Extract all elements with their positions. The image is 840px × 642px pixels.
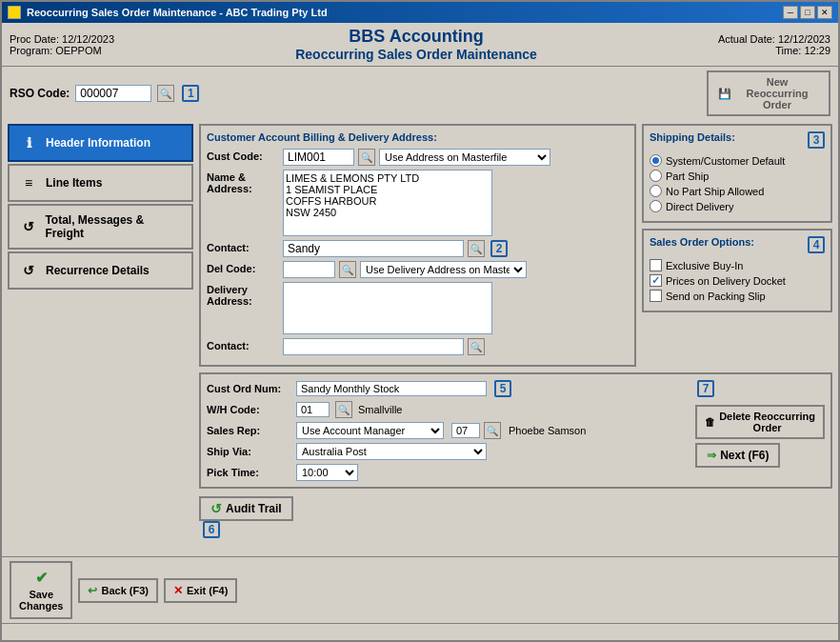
option-send-packing[interactable]: Send on Packing Slip — [650, 290, 825, 302]
back-button[interactable]: ↩ Back (F3) — [78, 578, 158, 603]
sales-rep-select[interactable]: Use Account Manager — [296, 422, 444, 439]
shipping-label-part: Part Ship — [666, 171, 709, 182]
program-label: Program: — [10, 45, 52, 56]
address-option-select[interactable]: Use Address on Masterfile — [379, 149, 550, 166]
save-label: Save Changes — [19, 589, 63, 612]
ship-via-select[interactable]: Australia Post — [296, 443, 487, 460]
contact-input[interactable] — [283, 240, 464, 257]
window-title: Reoccurring Sales Order Maintenance - AB… — [27, 7, 328, 18]
bottom-section: Cust Ord Num: 5 W/H Code: 🔍 Smallville — [199, 372, 832, 489]
rep-code-input[interactable] — [451, 423, 480, 438]
contact2-row: Contact: 🔍 — [207, 338, 629, 355]
close-button[interactable]: ✕ — [817, 6, 832, 19]
cust-ord-input[interactable] — [296, 381, 487, 396]
actual-date-label: Actual Date: — [718, 33, 775, 45]
wh-code-row: W/H Code: 🔍 Smallville — [207, 401, 688, 418]
sidebar-label-recurrence: Recurrence Details — [46, 264, 150, 277]
actual-date-value: 12/12/2023 — [778, 33, 830, 45]
delete-reoccurring-order-button[interactable]: 🗑 Delete Reoccurring Order — [695, 405, 825, 439]
radio-direct-delivery[interactable] — [650, 200, 662, 212]
radio-system-default[interactable] — [650, 154, 662, 167]
sidebar-item-header-information[interactable]: ℹ Header Information — [8, 124, 193, 162]
minimize-button[interactable]: ─ — [783, 6, 798, 19]
contact2-controls: 🔍 — [283, 338, 629, 355]
del-code-input[interactable] — [283, 261, 335, 278]
title-bar-left: Reoccurring Sales Order Maintenance - AB… — [8, 6, 328, 19]
info-icon: ℹ — [19, 133, 38, 152]
checkbox-send-packing[interactable] — [650, 290, 662, 302]
delivery-address-textarea[interactable] — [283, 282, 492, 334]
new-order-icon: 💾 — [718, 88, 731, 100]
checkbox-prices-docket[interactable]: ✓ — [650, 274, 662, 287]
delete-label: Delete Reoccurring Order — [719, 411, 815, 433]
del-code-search-button[interactable]: 🔍 — [339, 261, 356, 278]
delivery-option-select[interactable]: Use Delivery Address on Masterfile — [360, 261, 527, 278]
new-reoccurring-order-button[interactable]: 💾 New Reoccurring Order — [707, 70, 830, 116]
app-icon — [8, 6, 21, 19]
delete-icon: 🗑 — [705, 416, 715, 428]
bottom-fields: Cust Ord Num: 5 W/H Code: 🔍 Smallville — [207, 380, 688, 481]
status-bar — [2, 623, 838, 640]
app-header: BBS Accounting Reoccurring Sales Order M… — [295, 27, 537, 62]
pick-time-select[interactable]: 10:00 11:00 — [296, 464, 358, 481]
back-label: Back (F3) — [101, 585, 149, 596]
shipping-option-no-part-ship[interactable]: No Part Ship Allowed — [650, 185, 825, 197]
next-icon: ⇒ — [707, 449, 716, 462]
option-exclusive-buyin[interactable]: Exclusive Buy-In — [650, 259, 825, 271]
delivery-address-controls — [283, 282, 629, 334]
badge-5: 5 — [494, 380, 511, 397]
radio-part-ship[interactable] — [650, 170, 662, 182]
contact2-input[interactable] — [283, 338, 464, 355]
exit-label: Exit (F4) — [187, 585, 228, 596]
shipping-option-system[interactable]: System/Customer Default — [650, 154, 825, 167]
next-label: Next (F6) — [720, 449, 769, 462]
badge-2: 2 — [490, 240, 508, 257]
time-value: 12:29 — [804, 45, 830, 56]
shipping-label-direct: Direct Delivery — [666, 201, 734, 212]
rso-search-button[interactable]: 🔍 — [157, 85, 174, 102]
right-action-buttons: 7 🗑 Delete Reoccurring Order ⇒ Next (F6) — [695, 380, 825, 468]
contact-search-button[interactable]: 🔍 — [468, 240, 485, 257]
sidebar-label-line-items: Line Items — [46, 176, 102, 190]
option-label-exclusive: Exclusive Buy-In — [666, 260, 743, 271]
cust-code-search-button[interactable]: 🔍 — [358, 149, 375, 166]
proc-date-value: 12/12/2023 — [62, 33, 114, 45]
pick-time-row: Pick Time: 10:00 11:00 — [207, 464, 688, 481]
contact2-search-button[interactable]: 🔍 — [468, 338, 485, 355]
badge-6: 6 — [203, 521, 220, 538]
cust-code-row: Cust Code: 🔍 Use Address on Masterfile — [207, 149, 629, 166]
option-prices-docket[interactable]: ✓ Prices on Delivery Docket — [650, 274, 825, 287]
contact2-label: Contact: — [207, 338, 283, 351]
sidebar-item-recurrence[interactable]: ↺ Recurrence Details — [8, 251, 193, 290]
ship-via-row: Ship Via: Australia Post — [207, 443, 688, 460]
radio-no-part-ship[interactable] — [650, 185, 662, 197]
exit-button[interactable]: ✕ Exit (F4) — [164, 578, 237, 603]
name-address-textarea[interactable]: LIMES & LEMONS PTY LTD 1 SEAMIST PLACE C… — [283, 170, 492, 236]
wh-search-button[interactable]: 🔍 — [335, 401, 352, 418]
pick-time-label: Pick Time: — [207, 467, 292, 478]
sidebar-item-total-messages[interactable]: ↺ Total, Messages & Freight — [8, 204, 193, 250]
rso-code-input[interactable] — [75, 85, 151, 102]
app-title: BBS Accounting — [295, 27, 537, 47]
wh-code-input[interactable] — [296, 402, 330, 417]
shipping-option-part-ship[interactable]: Part Ship — [650, 170, 825, 182]
sales-rep-label: Sales Rep: — [207, 425, 292, 436]
shipping-option-direct[interactable]: Direct Delivery — [650, 200, 825, 212]
rso-label: RSO Code: — [10, 87, 70, 100]
customer-section: Customer Account Billing & Delivery Addr… — [199, 124, 636, 367]
rep-search-button[interactable]: 🔍 — [484, 422, 501, 439]
right-panels: Shipping Details: 3 System/Customer Defa… — [642, 124, 832, 367]
next-button[interactable]: ⇒ Next (F6) — [695, 443, 780, 468]
delivery-address-row: Delivery Address: — [207, 282, 629, 334]
name-address-controls: LIMES & LEMONS PTY LTD 1 SEAMIST PLACE C… — [283, 170, 629, 236]
checkbox-exclusive-buyin[interactable] — [650, 259, 662, 271]
save-changes-button[interactable]: ✔ Save Changes — [10, 561, 72, 619]
shipping-label-system: System/Customer Default — [666, 155, 785, 167]
sidebar-item-line-items[interactable]: ≡ Line Items — [8, 164, 193, 202]
contact-controls: 🔍 2 — [283, 240, 629, 257]
maximize-button[interactable]: □ — [800, 6, 815, 19]
badge-1: 1 — [182, 85, 199, 102]
rso-left: RSO Code: 🔍 1 — [10, 85, 199, 102]
cust-code-input[interactable] — [283, 149, 354, 166]
audit-trail-button[interactable]: ↺ Audit Trail — [199, 496, 293, 521]
